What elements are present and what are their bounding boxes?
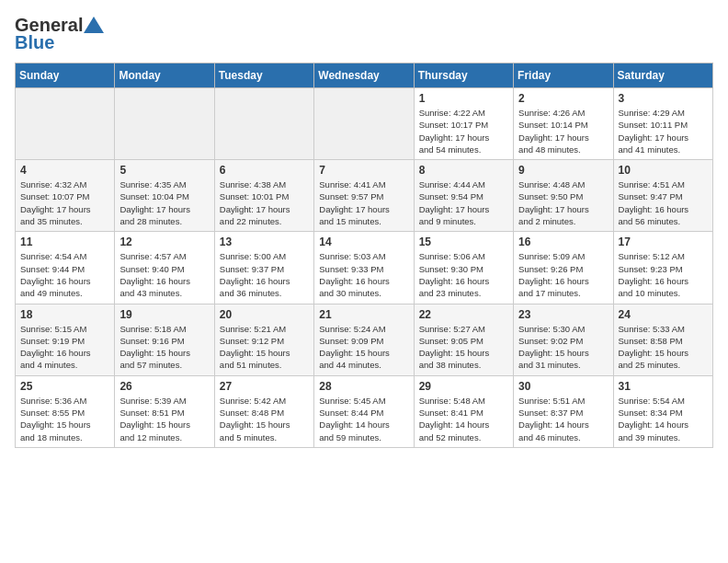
day-number: 9 — [518, 164, 608, 177]
logo-triangle-icon — [84, 17, 104, 33]
day-number: 20 — [220, 308, 309, 321]
calendar-cell: 4Sunrise: 4:32 AM Sunset: 10:07 PM Dayli… — [16, 160, 115, 232]
day-detail: Sunrise: 4:35 AM Sunset: 10:04 PM Daylig… — [119, 178, 209, 227]
day-detail: Sunrise: 5:36 AM Sunset: 8:55 PM Dayligh… — [20, 395, 109, 443]
header-day-thursday: Thursday — [414, 63, 513, 88]
calendar-cell — [214, 88, 313, 160]
day-detail: Sunrise: 5:06 AM Sunset: 9:30 PM Dayligh… — [419, 250, 508, 299]
day-detail: Sunrise: 5:48 AM Sunset: 8:41 PM Dayligh… — [419, 395, 508, 443]
day-detail: Sunrise: 4:26 AM Sunset: 10:14 PM Daylig… — [518, 107, 608, 155]
day-number: 7 — [319, 164, 408, 177]
day-number: 30 — [518, 380, 608, 393]
day-detail: Sunrise: 5:12 AM Sunset: 9:23 PM Dayligh… — [619, 250, 708, 299]
day-detail: Sunrise: 4:22 AM Sunset: 10:17 PM Daylig… — [419, 107, 508, 155]
day-number: 24 — [619, 308, 708, 321]
calendar-week-2: 4Sunrise: 4:32 AM Sunset: 10:07 PM Dayli… — [16, 160, 713, 232]
calendar-cell — [314, 88, 414, 160]
day-number: 6 — [220, 164, 309, 177]
day-detail: Sunrise: 5:30 AM Sunset: 9:02 PM Dayligh… — [518, 323, 608, 372]
calendar-week-4: 18Sunrise: 5:15 AM Sunset: 9:19 PM Dayli… — [16, 304, 713, 375]
day-detail: Sunrise: 5:00 AM Sunset: 9:37 PM Dayligh… — [220, 250, 309, 299]
day-number: 17 — [619, 236, 708, 248]
day-number: 5 — [119, 164, 209, 177]
calendar-cell: 19Sunrise: 5:18 AM Sunset: 9:16 PM Dayli… — [115, 304, 214, 375]
calendar-cell: 10Sunrise: 4:51 AM Sunset: 9:47 PM Dayli… — [613, 160, 712, 232]
calendar-cell: 17Sunrise: 5:12 AM Sunset: 9:23 PM Dayli… — [613, 232, 712, 304]
calendar-cell: 24Sunrise: 5:33 AM Sunset: 8:58 PM Dayli… — [613, 304, 712, 375]
day-number: 2 — [518, 92, 608, 105]
calendar-cell: 12Sunrise: 4:57 AM Sunset: 9:40 PM Dayli… — [115, 232, 214, 304]
day-number: 4 — [20, 164, 109, 177]
calendar-cell: 18Sunrise: 5:15 AM Sunset: 9:19 PM Dayli… — [16, 304, 115, 375]
day-number: 1 — [419, 92, 508, 105]
day-number: 31 — [619, 380, 708, 393]
calendar-cell: 23Sunrise: 5:30 AM Sunset: 9:02 PM Dayli… — [514, 304, 613, 375]
day-detail: Sunrise: 5:24 AM Sunset: 9:09 PM Dayligh… — [319, 323, 408, 372]
calendar-cell: 3Sunrise: 4:29 AM Sunset: 10:11 PM Dayli… — [613, 88, 712, 160]
day-detail: Sunrise: 5:45 AM Sunset: 8:44 PM Dayligh… — [319, 395, 408, 443]
day-detail: Sunrise: 5:39 AM Sunset: 8:51 PM Dayligh… — [119, 395, 209, 443]
calendar-cell: 31Sunrise: 5:54 AM Sunset: 8:34 PM Dayli… — [613, 375, 712, 447]
day-number: 21 — [319, 308, 408, 321]
day-detail: Sunrise: 5:51 AM Sunset: 8:37 PM Dayligh… — [518, 395, 608, 443]
header-day-sunday: Sunday — [16, 63, 115, 88]
day-number: 10 — [619, 164, 708, 177]
header: General Blue — [15, 15, 713, 53]
calendar-week-1: 1Sunrise: 4:22 AM Sunset: 10:17 PM Dayli… — [16, 88, 713, 160]
day-detail: Sunrise: 5:42 AM Sunset: 8:48 PM Dayligh… — [220, 395, 309, 443]
calendar-cell: 20Sunrise: 5:21 AM Sunset: 9:12 PM Dayli… — [214, 304, 313, 375]
day-number: 25 — [20, 380, 109, 393]
header-day-tuesday: Tuesday — [214, 63, 313, 88]
calendar-cell: 25Sunrise: 5:36 AM Sunset: 8:55 PM Dayli… — [16, 375, 115, 447]
day-detail: Sunrise: 5:09 AM Sunset: 9:26 PM Dayligh… — [518, 250, 608, 299]
calendar-cell: 21Sunrise: 5:24 AM Sunset: 9:09 PM Dayli… — [314, 304, 414, 375]
calendar-cell — [16, 88, 115, 160]
day-detail: Sunrise: 5:54 AM Sunset: 8:34 PM Dayligh… — [619, 395, 708, 443]
day-detail: Sunrise: 5:18 AM Sunset: 9:16 PM Dayligh… — [119, 323, 209, 372]
header-day-friday: Friday — [514, 63, 613, 88]
day-number: 3 — [619, 92, 708, 105]
day-number: 29 — [419, 380, 508, 393]
day-number: 12 — [119, 236, 209, 248]
calendar-cell: 29Sunrise: 5:48 AM Sunset: 8:41 PM Dayli… — [414, 375, 513, 447]
calendar-cell: 30Sunrise: 5:51 AM Sunset: 8:37 PM Dayli… — [514, 375, 613, 447]
logo-blue: Blue — [15, 32, 54, 53]
day-detail: Sunrise: 4:48 AM Sunset: 9:50 PM Dayligh… — [518, 178, 608, 227]
day-detail: Sunrise: 5:03 AM Sunset: 9:33 PM Dayligh… — [319, 250, 408, 299]
day-detail: Sunrise: 4:29 AM Sunset: 10:11 PM Daylig… — [619, 107, 708, 155]
calendar-cell: 13Sunrise: 5:00 AM Sunset: 9:37 PM Dayli… — [214, 232, 313, 304]
day-number: 28 — [319, 380, 408, 393]
day-detail: Sunrise: 4:38 AM Sunset: 10:01 PM Daylig… — [220, 178, 309, 227]
logo: General Blue — [15, 15, 104, 53]
header-day-monday: Monday — [115, 63, 214, 88]
header-day-wednesday: Wednesday — [314, 63, 414, 88]
calendar-cell: 2Sunrise: 4:26 AM Sunset: 10:14 PM Dayli… — [514, 88, 613, 160]
day-number: 18 — [20, 308, 109, 321]
day-detail: Sunrise: 4:51 AM Sunset: 9:47 PM Dayligh… — [619, 178, 708, 227]
calendar-cell: 26Sunrise: 5:39 AM Sunset: 8:51 PM Dayli… — [115, 375, 214, 447]
day-detail: Sunrise: 4:32 AM Sunset: 10:07 PM Daylig… — [20, 178, 109, 227]
day-detail: Sunrise: 5:27 AM Sunset: 9:05 PM Dayligh… — [419, 323, 508, 372]
day-number: 22 — [419, 308, 508, 321]
header-day-saturday: Saturday — [613, 63, 712, 88]
day-number: 11 — [20, 236, 109, 248]
day-number: 13 — [220, 236, 309, 248]
calendar-cell: 8Sunrise: 4:44 AM Sunset: 9:54 PM Daylig… — [414, 160, 513, 232]
day-detail: Sunrise: 5:21 AM Sunset: 9:12 PM Dayligh… — [220, 323, 309, 372]
calendar-header-row: SundayMondayTuesdayWednesdayThursdayFrid… — [16, 63, 713, 88]
calendar-cell: 16Sunrise: 5:09 AM Sunset: 9:26 PM Dayli… — [514, 232, 613, 304]
calendar-cell: 5Sunrise: 4:35 AM Sunset: 10:04 PM Dayli… — [115, 160, 214, 232]
calendar-table: SundayMondayTuesdayWednesdayThursdayFrid… — [15, 63, 713, 448]
day-detail: Sunrise: 4:57 AM Sunset: 9:40 PM Dayligh… — [119, 250, 209, 299]
day-detail: Sunrise: 4:41 AM Sunset: 9:57 PM Dayligh… — [319, 178, 408, 227]
day-number: 8 — [419, 164, 508, 177]
calendar-cell: 11Sunrise: 4:54 AM Sunset: 9:44 PM Dayli… — [16, 232, 115, 304]
day-detail: Sunrise: 4:44 AM Sunset: 9:54 PM Dayligh… — [419, 178, 508, 227]
day-number: 15 — [419, 236, 508, 248]
day-number: 16 — [518, 236, 608, 248]
day-detail: Sunrise: 5:33 AM Sunset: 8:58 PM Dayligh… — [619, 323, 708, 372]
calendar-week-5: 25Sunrise: 5:36 AM Sunset: 8:55 PM Dayli… — [16, 375, 713, 447]
day-detail: Sunrise: 4:54 AM Sunset: 9:44 PM Dayligh… — [20, 250, 109, 299]
calendar-week-3: 11Sunrise: 4:54 AM Sunset: 9:44 PM Dayli… — [16, 232, 713, 304]
day-detail: Sunrise: 5:15 AM Sunset: 9:19 PM Dayligh… — [20, 323, 109, 372]
